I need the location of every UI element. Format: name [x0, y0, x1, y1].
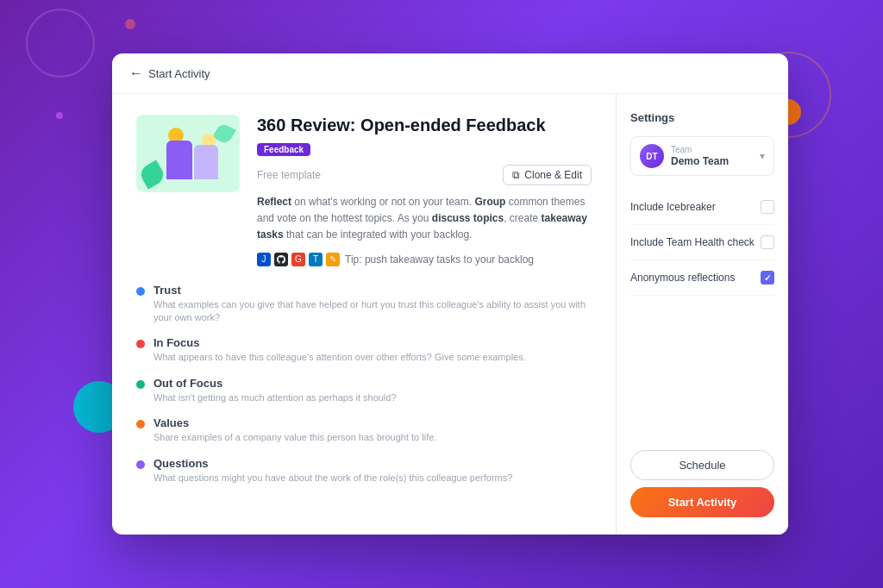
- team-label: Team: [671, 145, 753, 155]
- question-dot-5: [136, 460, 145, 469]
- anonymous-checkbox[interactable]: [761, 271, 774, 285]
- clone-edit-button[interactable]: ⧉ Clone & Edit: [503, 165, 592, 185]
- question-dot-3: [136, 380, 145, 389]
- question-content-3: Out of Focus What isn't getting as much …: [153, 377, 397, 404]
- question-desc-4: Share examples of a company value this p…: [153, 431, 436, 444]
- sidebar-spacer: [630, 296, 774, 450]
- team-name: Demo Team: [671, 155, 753, 167]
- activity-info: 360 Review: Open-ended Feedback Feedback…: [257, 115, 592, 266]
- question-item-2: In Focus What appears to have this colle…: [136, 336, 592, 364]
- activity-illustration: [136, 115, 240, 192]
- activity-badge: Feedback: [257, 143, 310, 156]
- team-selector[interactable]: DT Team Demo Team ▾: [630, 136, 774, 176]
- back-label: Start Activity: [148, 67, 210, 80]
- question-dot-2: [136, 340, 145, 348]
- activity-header: 360 Review: Open-ended Feedback Feedback…: [136, 115, 592, 266]
- tip-text: Tip: push takeaway tasks to your backlog: [345, 253, 534, 266]
- schedule-label: Schedule: [679, 459, 725, 472]
- free-template-row: Free template ⧉ Clone & Edit: [257, 165, 592, 185]
- question-desc-3: What isn't getting as much attention as …: [153, 391, 397, 404]
- question-desc-2: What appears to have this colleague's at…: [153, 351, 526, 364]
- jira-icon: J: [257, 253, 271, 266]
- question-title-5: Questions: [153, 457, 512, 470]
- main-modal: ← Start Activity: [112, 53, 788, 535]
- bg-decoration-1: [26, 9, 95, 78]
- question-title-3: Out of Focus: [153, 377, 397, 390]
- question-title-1: Trust: [153, 284, 592, 297]
- free-template-label: Free template: [257, 169, 321, 181]
- question-content-5: Questions What questions might you have …: [153, 457, 512, 485]
- team-health-checkbox[interactable]: [761, 235, 774, 249]
- illustration-figure-2: [194, 145, 218, 179]
- question-item-4: Values Share examples of a company value…: [136, 416, 592, 444]
- icebreaker-toggle-row: Include Icebreaker: [630, 190, 774, 225]
- illustration-leaf-1: [137, 160, 166, 189]
- schedule-button[interactable]: Schedule: [630, 450, 774, 480]
- team-health-label: Include Team Health check: [630, 236, 755, 248]
- back-arrow-icon: ←: [129, 66, 143, 81]
- clone-button-label: Clone & Edit: [524, 169, 582, 181]
- question-content-1: Trust What examples can you give that ha…: [153, 284, 592, 325]
- github-icon: [274, 253, 288, 266]
- team-chevron-icon: ▾: [760, 150, 765, 162]
- sidebar-title: Settings: [630, 111, 774, 124]
- icebreaker-checkbox[interactable]: [761, 200, 774, 214]
- bg-decoration-2: [125, 19, 135, 29]
- anonymous-label: Anonymous reflections: [630, 272, 735, 284]
- content-area: 360 Review: Open-ended Feedback Feedback…: [112, 94, 616, 535]
- tip-row: J G T ✎ Tip: push takeaway tasks to your…: [257, 253, 592, 266]
- question-title-2: In Focus: [153, 336, 526, 349]
- start-activity-button[interactable]: Start Activity: [630, 487, 774, 517]
- anonymous-toggle-row: Anonymous reflections: [630, 260, 774, 296]
- question-desc-5: What questions might you have about the …: [153, 472, 512, 485]
- question-item-1: Trust What examples can you give that ha…: [136, 284, 592, 325]
- activity-description: Reflect on what's working or not on your…: [257, 194, 592, 244]
- gitlab-icon: G: [291, 253, 305, 266]
- settings-sidebar: Settings DT Team Demo Team ▾ Include Ice…: [616, 94, 788, 535]
- activity-image: [136, 115, 240, 192]
- question-dot-4: [136, 420, 145, 428]
- illustration-leaf-2: [212, 122, 235, 145]
- start-label: Start Activity: [668, 496, 737, 509]
- question-content-4: Values Share examples of a company value…: [153, 416, 436, 444]
- back-button[interactable]: ← Start Activity: [129, 66, 210, 81]
- bg-decoration-3: [56, 112, 63, 119]
- questions-list: Trust What examples can you give that ha…: [136, 284, 592, 485]
- trello-icon: T: [309, 253, 323, 266]
- icebreaker-label: Include Icebreaker: [630, 201, 716, 213]
- question-title-4: Values: [153, 416, 436, 429]
- integration-icons: J G T ✎: [257, 253, 340, 266]
- team-info: Team Demo Team: [671, 145, 753, 167]
- team-avatar: DT: [640, 144, 664, 168]
- question-item-3: Out of Focus What isn't getting as much …: [136, 377, 592, 404]
- clone-icon: ⧉: [512, 169, 520, 181]
- question-dot-1: [136, 287, 145, 296]
- team-health-toggle-row: Include Team Health check: [630, 225, 774, 260]
- question-desc-1: What examples can you give that have hel…: [153, 298, 592, 325]
- activity-title: 360 Review: Open-ended Feedback: [257, 115, 592, 135]
- modal-body: 360 Review: Open-ended Feedback Feedback…: [112, 94, 788, 535]
- question-item-5: Questions What questions might you have …: [136, 457, 592, 485]
- modal-header: ← Start Activity: [112, 53, 788, 94]
- question-content-2: In Focus What appears to have this colle…: [153, 336, 526, 364]
- pencil-icon: ✎: [326, 253, 340, 266]
- illustration-figure-1: [166, 141, 192, 179]
